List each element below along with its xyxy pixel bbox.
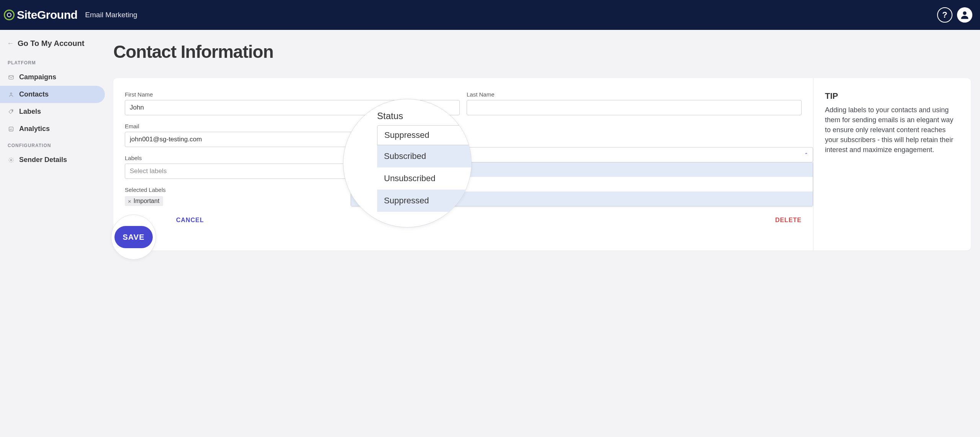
arrow-left-icon: ← bbox=[7, 39, 14, 47]
back-link[interactable]: ← Go To My Account bbox=[0, 38, 106, 55]
user-avatar-icon[interactable] bbox=[957, 7, 972, 23]
label-chip: × Important bbox=[125, 196, 163, 206]
status-option-unsubscribed[interactable]: Unsubscribed bbox=[377, 167, 472, 190]
help-icon[interactable]: ? bbox=[937, 7, 952, 23]
svg-rect-1 bbox=[9, 75, 13, 79]
sidebar-item-label: Campaigns bbox=[19, 73, 56, 81]
tag-icon bbox=[8, 108, 15, 115]
save-button[interactable]: SAVE bbox=[114, 226, 153, 248]
status-option-suppressed[interactable]: Suppressed bbox=[377, 190, 472, 212]
sidebar-item-sender-details[interactable]: Sender Details bbox=[0, 151, 105, 169]
action-row: CANCEL DELETE bbox=[125, 217, 802, 224]
gear-icon bbox=[8, 157, 15, 164]
content-card: First Name Last Name Email bbox=[113, 78, 971, 250]
remove-chip-icon[interactable]: × bbox=[128, 198, 131, 205]
labels-placeholder: Select labels bbox=[130, 167, 167, 175]
save-button-highlight: SAVE bbox=[111, 214, 156, 260]
first-name-label: First Name bbox=[125, 91, 460, 98]
logo-group: SiteGround Email Marketing bbox=[4, 8, 137, 21]
svg-point-2 bbox=[10, 93, 12, 94]
sidebar-item-label: Sender Details bbox=[19, 156, 67, 164]
header-actions: ? bbox=[937, 7, 972, 23]
svg-point-5 bbox=[10, 159, 12, 161]
last-name-input[interactable] bbox=[467, 100, 802, 115]
section-platform: PLATFORM bbox=[0, 55, 106, 69]
envelope-icon bbox=[8, 74, 15, 81]
tip-column: TIP Adding labels to your contacts and u… bbox=[813, 78, 971, 250]
sidebar-item-label: Contacts bbox=[19, 90, 49, 98]
status-selected[interactable]: Suppressed bbox=[377, 125, 472, 145]
sidebar-item-contacts[interactable]: Contacts bbox=[0, 86, 105, 103]
app-header: SiteGround Email Marketing ? bbox=[0, 0, 980, 30]
sidebar-item-campaigns[interactable]: Campaigns bbox=[0, 69, 105, 86]
chevron-up-icon: ⌃ bbox=[804, 152, 808, 157]
sidebar-item-label: Labels bbox=[19, 108, 41, 116]
last-name-label: Last Name bbox=[467, 91, 802, 98]
chip-text: Important bbox=[134, 198, 160, 205]
section-configuration: CONFIGURATION bbox=[0, 137, 106, 151]
svg-point-3 bbox=[12, 110, 13, 111]
delete-button[interactable]: DELETE bbox=[775, 217, 802, 224]
logo-swirl-icon bbox=[4, 10, 15, 20]
brand-logo[interactable]: SiteGround bbox=[4, 8, 77, 21]
tip-title: TIP bbox=[825, 91, 959, 101]
sidebar-item-labels[interactable]: Labels bbox=[0, 103, 105, 120]
app-title: Email Marketing bbox=[85, 11, 137, 19]
form-column: First Name Last Name Email bbox=[113, 78, 813, 250]
status-option-subscribed[interactable]: Subscribed bbox=[377, 145, 472, 167]
main-content: Contact Information First Name Last Name bbox=[106, 30, 980, 437]
brand-name: SiteGround bbox=[17, 8, 77, 21]
svg-point-0 bbox=[963, 11, 966, 15]
status-magnifier: Status Suppressed Subscribed Unsubscribe… bbox=[343, 99, 472, 228]
tip-body: Adding labels to your contacts and using… bbox=[825, 105, 959, 155]
sidebar-item-analytics[interactable]: Analytics bbox=[0, 120, 105, 137]
person-icon bbox=[8, 91, 15, 98]
sidebar: ← Go To My Account PLATFORM Campaigns Co… bbox=[0, 30, 106, 437]
back-link-label: Go To My Account bbox=[18, 39, 84, 48]
cancel-button[interactable]: CANCEL bbox=[176, 217, 204, 224]
sidebar-item-label: Analytics bbox=[19, 125, 50, 133]
page-title: Contact Information bbox=[113, 41, 971, 62]
chart-icon bbox=[8, 126, 15, 133]
